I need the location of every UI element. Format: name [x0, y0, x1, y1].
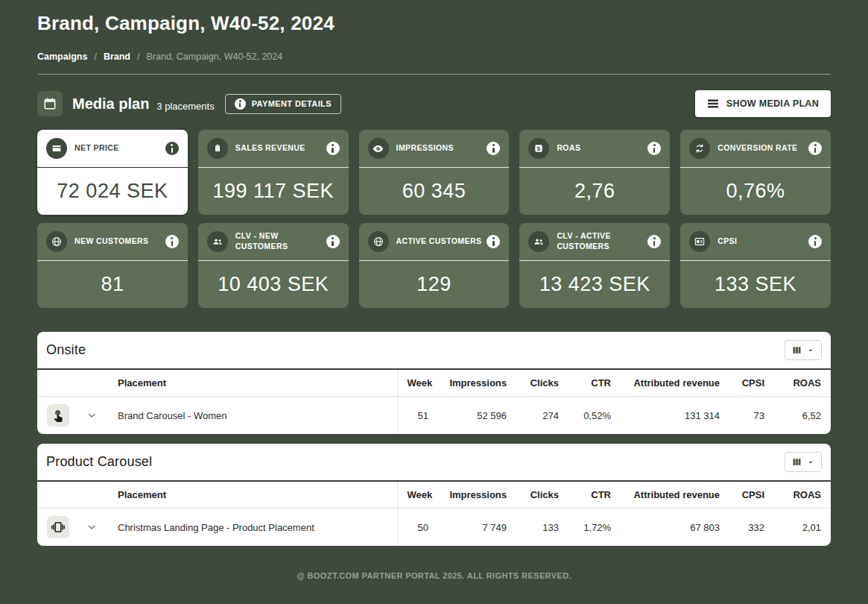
cell-attributed-revenue: 67 803 — [621, 509, 729, 547]
payment-details-label: PAYMENT DETAILS — [252, 99, 332, 108]
metric-value: 10 403 SEK — [198, 261, 349, 307]
breadcrumb-brand[interactable]: Brand — [104, 51, 130, 62]
info-icon[interactable] — [808, 142, 822, 155]
globe-icon — [46, 231, 67, 252]
cell-placement[interactable]: Christmas Landing Page - Product Placeme… — [108, 509, 397, 547]
cell-ctr: 1,72% — [568, 509, 621, 547]
info-icon[interactable] — [165, 235, 179, 248]
breadcrumb-separator: / — [94, 51, 96, 62]
metric-label: ROAS — [557, 143, 643, 154]
metric-card-sales-revenue[interactable]: SALES REVENUE 199 117 SEK — [198, 130, 349, 215]
columns-icon — [791, 345, 802, 356]
metric-value: 60 345 — [359, 168, 510, 214]
globe-icon — [368, 231, 389, 252]
info-icon[interactable] — [165, 142, 179, 155]
col-header-placement: Placement — [108, 482, 397, 509]
metric-card-net-price[interactable]: NET PRICE 72 024 SEK — [37, 130, 188, 215]
header-divider — [37, 74, 831, 75]
sync-arrows-icon — [689, 138, 710, 159]
cell-ctr: 0,52% — [568, 397, 621, 435]
cell-placement[interactable]: Brand Carousel - Women — [108, 397, 397, 435]
metric-value: 133 SEK — [680, 261, 831, 307]
panel-title: Onsite — [46, 342, 86, 358]
product-carousel-table: Placement Week Impressions Clicks CTR At… — [37, 482, 831, 546]
people-icon — [528, 231, 549, 252]
cell-roas: 6,52 — [774, 397, 831, 435]
metric-value: 13 423 SEK — [519, 261, 670, 307]
credit-card-icon — [46, 138, 67, 159]
vibration-icon — [47, 516, 69, 538]
list-icon — [707, 98, 719, 109]
info-icon[interactable] — [326, 235, 340, 248]
cell-attributed-revenue: 131 314 — [621, 397, 729, 435]
metric-card-cpsi[interactable]: CPSI 133 SEK — [680, 223, 831, 308]
onsite-table: Placement Week Impressions Clicks CTR At… — [37, 370, 831, 434]
show-media-plan-label: SHOW MEDIA PLAN — [726, 98, 819, 109]
expand-row-chevron[interactable] — [84, 408, 99, 423]
col-header-roas: ROAS — [774, 370, 831, 397]
cell-impressions: 7 749 — [438, 509, 516, 547]
breadcrumb-campaigns[interactable]: Campaigns — [37, 51, 87, 62]
page: Brand, Campaign, W40-52, 2024 Campaigns … — [0, 0, 868, 580]
metric-label: ACTIVE CUSTOMERS — [396, 236, 483, 247]
columns-icon — [791, 456, 802, 468]
metric-value: 72 024 SEK — [37, 168, 188, 214]
metric-card-active-customers[interactable]: ACTIVE CUSTOMERS 129 — [359, 223, 510, 308]
metric-card-impressions[interactable]: IMPRESSIONS 60 345 — [359, 130, 510, 215]
col-header-ctr: CTR — [568, 370, 621, 397]
info-icon[interactable] — [487, 142, 500, 155]
payment-details-button[interactable]: PAYMENT DETAILS — [225, 94, 341, 114]
onsite-panel: Onsite Placement Week Impressions — [37, 332, 831, 434]
metric-card-roas[interactable]: S ROAS 2,76 — [519, 130, 670, 215]
metric-label: SALES REVENUE — [235, 143, 322, 154]
metric-value: 0,76% — [680, 168, 831, 214]
metric-label: IMPRESSIONS — [396, 143, 483, 154]
metric-label: NEW CUSTOMERS — [75, 236, 161, 247]
col-header-clicks: Clicks — [516, 370, 568, 397]
expand-row-chevron[interactable] — [84, 520, 99, 535]
show-media-plan-button[interactable]: SHOW MEDIA PLAN — [695, 90, 831, 117]
price-tag-icon: S — [528, 138, 549, 159]
panel-title: Product Carousel — [46, 454, 152, 470]
metric-value: 199 117 SEK — [198, 168, 349, 214]
metric-value: 81 — [37, 261, 188, 307]
col-header-week: Week — [397, 370, 438, 397]
shopping-bag-icon — [207, 138, 228, 159]
column-selector-button[interactable] — [785, 340, 822, 360]
column-selector-button[interactable] — [785, 452, 822, 472]
metric-label: NET PRICE — [75, 143, 161, 154]
metric-card-clv-active-customers[interactable]: CLV - ACTIVE CUSTOMERS 13 423 SEK — [519, 223, 670, 308]
table-row: Brand Carousel - Women 51 52 596 274 0,5… — [37, 397, 831, 435]
media-plan-title: Media plan — [72, 95, 149, 113]
col-header-clicks: Clicks — [516, 482, 568, 509]
breadcrumb-separator: / — [137, 51, 139, 62]
col-header-placement: Placement — [108, 370, 397, 397]
info-icon[interactable] — [808, 235, 822, 248]
media-plan-bar: Media plan 3 placements PAYMENT DETAILS … — [37, 89, 831, 118]
metric-value: 129 — [359, 261, 510, 307]
metric-cards: NET PRICE 72 024 SEK SALES REVENUE 199 1… — [37, 130, 831, 308]
info-icon[interactable] — [487, 235, 500, 248]
watermark-card-icon — [689, 231, 710, 252]
eye-icon — [368, 138, 389, 159]
page-title: Brand, Campaign, W40-52, 2024 — [37, 12, 831, 35]
metric-card-clv-new-customers[interactable]: CLV - NEW CUSTOMERS 10 403 SEK — [198, 223, 349, 308]
metric-value: 2,76 — [519, 168, 670, 214]
metric-card-conversion-rate[interactable]: CONVERSION RATE 0,76% — [680, 130, 831, 215]
info-icon[interactable] — [647, 142, 661, 155]
info-icon[interactable] — [326, 142, 340, 155]
col-header-impressions: Impressions — [438, 370, 516, 397]
placements-count: 3 placements — [156, 101, 214, 112]
svg-text:S: S — [537, 145, 541, 152]
metric-label: CONVERSION RATE — [717, 143, 804, 154]
people-icon — [207, 231, 228, 252]
touch-icon — [47, 404, 69, 427]
metric-label: CLV - ACTIVE CUSTOMERS — [557, 231, 643, 251]
col-header-ctr: CTR — [568, 482, 621, 509]
cell-week: 51 — [397, 397, 438, 435]
col-header-attributed-revenue: Attributed revenue — [621, 370, 729, 397]
metric-card-new-customers[interactable]: NEW CUSTOMERS 81 — [37, 223, 188, 308]
cell-impressions: 52 596 — [438, 397, 516, 435]
cell-week: 50 — [397, 509, 438, 547]
info-icon[interactable] — [647, 235, 661, 248]
